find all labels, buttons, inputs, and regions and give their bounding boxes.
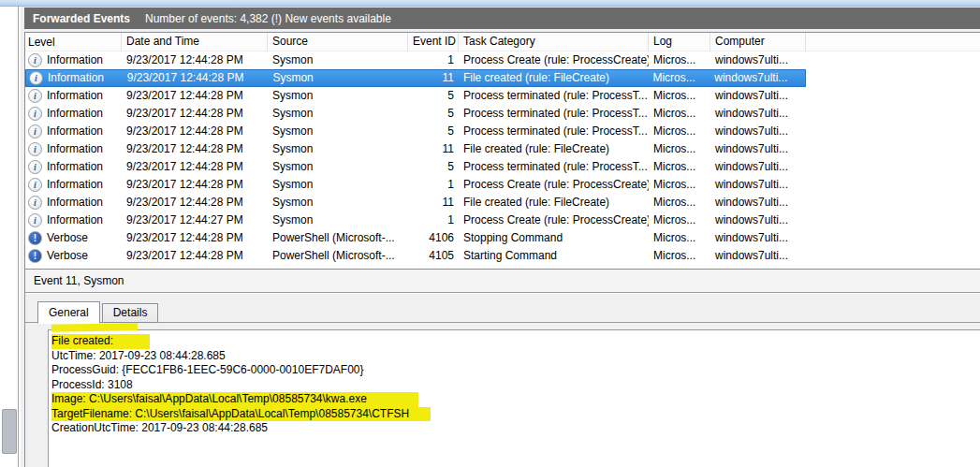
cell-task: File created (rule: FileCreate) [459, 69, 649, 87]
level-label: Verbose [47, 247, 88, 265]
cell-log: Micros... [649, 176, 710, 194]
cell-level: iInformation [25, 51, 122, 69]
cell-source: Sysmon [268, 87, 408, 105]
cell-level: iInformation [25, 87, 122, 105]
table-row[interactable]: iInformation9/23/2017 12:44:28 PMSysmon5… [25, 123, 806, 140]
tab-details[interactable]: Details [102, 303, 159, 323]
cell-id: 5 [408, 105, 459, 123]
table-header: LevelDate and TimeSourceEvent IDTask Cat… [25, 33, 980, 51]
cell-level: iInformation [25, 123, 122, 140]
cell-log: Micros... [649, 194, 710, 212]
cell-log: Micros... [649, 123, 710, 140]
preview-tabs: GeneralDetails [25, 294, 980, 323]
table-row[interactable]: iInformation9/23/2017 12:44:28 PMSysmon1… [25, 194, 806, 212]
cell-comp: windows7ulti... [710, 123, 806, 140]
information-icon: i [28, 178, 42, 192]
cell-log: Micros... [649, 51, 710, 69]
cell-id: 5 [408, 123, 459, 140]
event-detail-line: Image: C:\Users\faisal\AppData\Local\Tem… [51, 392, 980, 407]
cell-level: iInformation [25, 212, 122, 229]
information-icon: i [28, 107, 42, 121]
table-row[interactable]: iInformation9/23/2017 12:44:28 PMSysmon1… [25, 140, 806, 158]
table-row[interactable]: iInformation9/23/2017 12:44:28 PMSysmon1… [25, 69, 806, 87]
cell-comp: windows7ulti... [710, 229, 806, 247]
cell-id: 11 [408, 69, 459, 87]
column-header-filler [806, 33, 980, 51]
column-header-source[interactable]: Source [268, 33, 408, 51]
cell-level: iInformation [25, 140, 122, 158]
cell-source: Sysmon [268, 158, 408, 176]
table-row[interactable]: !Verbose9/23/2017 12:44:28 PMPowerShell … [25, 229, 806, 247]
events-table: LevelDate and TimeSourceEvent IDTask Cat… [24, 32, 980, 270]
cell-log: Micros... [649, 247, 710, 265]
column-header-task[interactable]: Task Category [459, 33, 649, 51]
tab-general[interactable]: General [37, 301, 100, 324]
cell-date: 9/23/2017 12:44:28 PM [122, 247, 268, 265]
verbose-icon: ! [28, 231, 42, 245]
table-row[interactable]: !Verbose9/23/2017 12:44:28 PMPowerShell … [25, 247, 806, 265]
level-label: Information [47, 123, 103, 140]
cell-task: Process terminated (rule: ProcessT... [459, 105, 649, 123]
cell-task: File created (rule: FileCreate) [459, 140, 649, 158]
level-label: Information [47, 51, 103, 69]
table-row[interactable]: iInformation9/23/2017 12:44:28 PMSysmon5… [25, 158, 806, 176]
cell-date: 9/23/2017 12:44:28 PM [122, 229, 268, 247]
cell-comp: windows7ulti... [710, 158, 806, 176]
event-detail-line: ProcessId: 3108 [51, 378, 980, 393]
cell-source: PowerShell (Microsoft-... [268, 229, 408, 247]
cell-log: Micros... [649, 158, 710, 176]
table-row[interactable]: iInformation9/23/2017 12:44:28 PMSysmon5… [25, 105, 806, 123]
table-body: iInformation9/23/2017 12:44:28 PMSysmon1… [25, 51, 980, 265]
cell-comp: windows7ulti... [709, 69, 805, 87]
window-top-strip [0, 0, 980, 7]
table-row[interactable]: iInformation9/23/2017 12:44:27 PMSysmon1… [25, 212, 806, 229]
events-count-status: Number of events: 4,382 (!) New events a… [145, 12, 391, 25]
column-header-date[interactable]: Date and Time [122, 33, 268, 51]
information-icon: i [28, 89, 42, 103]
cell-comp: windows7ulti... [710, 87, 806, 105]
column-header-log[interactable]: Log [649, 33, 710, 51]
cell-id: 5 [408, 158, 459, 176]
cell-comp: windows7ulti... [710, 105, 806, 123]
event-detail-lines: File created:UtcTime: 2017-09-23 08:44:2… [51, 334, 980, 436]
level-label: Information [47, 105, 103, 123]
cell-date: 9/23/2017 12:44:28 PM [122, 87, 268, 105]
page-title: Forwarded Events [33, 12, 130, 25]
table-row[interactable]: iInformation9/23/2017 12:44:28 PMSysmon5… [25, 87, 806, 105]
cell-level: iInformation [25, 194, 122, 212]
cell-task: Process terminated (rule: ProcessT... [459, 158, 649, 176]
information-icon: i [28, 160, 42, 174]
cell-level: iInformation [25, 158, 122, 176]
highlighted-text: File created: [51, 334, 150, 349]
cell-date: 9/23/2017 12:44:28 PM [122, 51, 268, 69]
level-label: Information [48, 69, 104, 87]
cell-task: Process Create (rule: ProcessCreate) [459, 212, 649, 229]
information-icon: i [28, 142, 42, 156]
cell-id: 1 [408, 212, 459, 229]
cell-source: Sysmon [268, 140, 408, 158]
table-row[interactable]: iInformation9/23/2017 12:44:28 PMSysmon1… [25, 51, 806, 69]
information-icon: i [28, 213, 42, 227]
table-row[interactable]: iInformation9/23/2017 12:44:28 PMSysmon1… [25, 176, 806, 194]
column-header-id[interactable]: Event ID [408, 33, 459, 51]
cell-id: 1 [408, 176, 459, 194]
cell-comp: windows7ulti... [710, 247, 806, 265]
cell-id: 11 [408, 194, 459, 212]
information-icon: i [29, 71, 43, 85]
cell-comp: windows7ulti... [710, 51, 806, 69]
cell-source: Sysmon [268, 51, 408, 69]
level-label: Information [47, 158, 103, 176]
sidebar-scrollbar-thumb[interactable] [2, 409, 17, 454]
cell-level: iInformation [25, 176, 122, 194]
cell-date: 9/23/2017 12:44:28 PM [122, 194, 268, 212]
column-header-comp[interactable]: Computer [710, 33, 806, 51]
highlighter-smudge [51, 323, 138, 331]
cell-date: 9/23/2017 12:44:27 PM [122, 212, 268, 229]
cell-source: Sysmon [268, 105, 408, 123]
cell-log: Micros... [649, 105, 710, 123]
cell-log: Micros... [649, 140, 710, 158]
column-header-level[interactable]: Level [25, 33, 122, 51]
event-detail-line: ProcessGuid: {FECC1FB6-1EEC-59C6-0000-00… [51, 363, 980, 378]
cell-task: Process Create (rule: ProcessCreate) [459, 51, 649, 69]
event-detail-line: UtcTime: 2017-09-23 08:44:28.685 [51, 349, 980, 364]
